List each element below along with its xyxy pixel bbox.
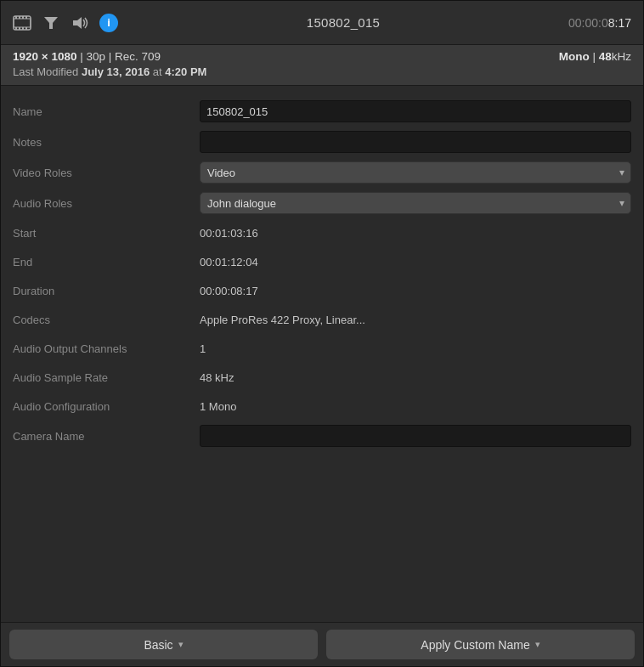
select-video_roles[interactable]: VideoTitleCustom...	[200, 161, 631, 184]
prop-row-end: End00:01:12:04	[1, 247, 643, 276]
svg-rect-8	[22, 27, 24, 30]
prop-label-audio_sample_rate: Audio Sample Rate	[13, 371, 200, 384]
static-start: 00:01:03:16	[200, 227, 258, 240]
apply-custom-name-label: Apply Custom Name	[421, 638, 529, 652]
prop-row-codecs: CodecsApple ProRes 422 Proxy, Linear...	[1, 305, 643, 334]
select-wrapper-video_roles: VideoTitleCustom...	[200, 161, 631, 184]
app-window: i 150802_015 00:00:08:17 1920 × 1080 | 3…	[0, 0, 644, 667]
prop-value-name[interactable]	[200, 100, 631, 122]
prop-row-name: Name	[1, 96, 643, 127]
svg-rect-1	[14, 19, 31, 27]
prop-value-codecs: Apple ProRes 422 Proxy, Linear...	[200, 314, 631, 326]
prop-row-video_roles: Video RolesVideoTitleCustom...	[1, 157, 643, 188]
prop-label-end: End	[13, 256, 200, 268]
prop-row-audio_output_channels: Audio Output Channels1	[1, 334, 643, 363]
toolbar-timecode: 00:00:08:17	[568, 16, 631, 30]
prop-label-duration: Duration	[13, 285, 200, 297]
info-icon[interactable]: i	[99, 14, 118, 32]
toolbar: i 150802_015 00:00:08:17	[1, 1, 643, 45]
prop-value-video_roles[interactable]: VideoTitleCustom...	[200, 161, 631, 184]
colorspace: Rec. 709	[115, 50, 161, 63]
basic-button[interactable]: Basic ▾	[9, 630, 318, 659]
prop-label-video_roles: Video Roles	[13, 167, 200, 179]
svg-rect-9	[25, 27, 27, 30]
prop-label-camera_name: Camera Name	[13, 430, 200, 443]
resolution: 1920 × 1080	[13, 50, 76, 63]
input-notes[interactable]	[200, 131, 631, 153]
svg-rect-7	[19, 27, 20, 30]
prop-value-end: 00:01:12:04	[200, 256, 631, 268]
prop-value-camera_name[interactable]	[200, 425, 631, 447]
timecode-prefix: 00:00:0	[568, 16, 608, 30]
toolbar-left: i	[13, 14, 118, 32]
filter-icon[interactable]	[42, 14, 60, 32]
svg-rect-3	[19, 16, 20, 19]
audio-info: Mono | 48kHz	[559, 50, 631, 63]
prop-value-audio_roles[interactable]: John dialogueDialogueMusicEffectsCustom.…	[200, 192, 631, 214]
basic-chevron: ▾	[178, 639, 184, 650]
static-end: 00:01:12:04	[200, 256, 258, 268]
apply-chevron: ▾	[535, 639, 540, 650]
prop-label-start: Start	[13, 227, 200, 240]
prop-value-audio_output_channels: 1	[200, 342, 631, 355]
select-audio_roles[interactable]: John dialogueDialogueMusicEffectsCustom.…	[200, 192, 631, 214]
prop-row-audio_sample_rate: Audio Sample Rate48 kHz	[1, 363, 643, 392]
basic-label: Basic	[144, 638, 172, 652]
input-name[interactable]	[200, 100, 631, 122]
prop-label-codecs: Codecs	[13, 314, 200, 326]
svg-rect-2	[15, 16, 17, 19]
prop-row-duration: Duration00:00:08:17	[1, 276, 643, 305]
prop-label-audio_configuration: Audio Configuration	[13, 400, 200, 413]
prop-row-audio_configuration: Audio Configuration1 Mono	[1, 392, 643, 421]
prop-value-audio_configuration: 1 Mono	[200, 400, 631, 413]
static-audio_output_channels: 1	[200, 342, 206, 355]
prop-label-name: Name	[13, 105, 200, 118]
prop-row-camera_name: Camera Name	[1, 421, 643, 451]
timecode-highlight: 8:17	[608, 16, 631, 30]
static-audio_configuration: 1 Mono	[200, 400, 236, 413]
properties-panel: NameNotesVideo RolesVideoTitleCustom...A…	[1, 86, 643, 622]
prop-value-start: 00:01:03:16	[200, 227, 631, 240]
input-camera_name[interactable]	[200, 425, 631, 447]
select-wrapper-audio_roles: John dialogueDialogueMusicEffectsCustom.…	[200, 192, 631, 214]
toolbar-title: 150802_015	[307, 15, 380, 30]
prop-value-audio_sample_rate: 48 kHz	[200, 371, 631, 384]
svg-marker-10	[44, 17, 58, 29]
svg-marker-11	[73, 17, 82, 29]
prop-row-notes: Notes	[1, 127, 643, 157]
svg-rect-4	[22, 16, 24, 19]
info-bar-specs: 1920 × 1080 | 30p | Rec. 709 Mono | 48kH…	[13, 50, 631, 63]
prop-row-start: Start00:01:03:16	[1, 218, 643, 247]
info-bar-modified: Last Modified July 13, 2016 at 4:20 PM	[13, 65, 631, 78]
separator2: |	[109, 50, 115, 63]
static-duration: 00:00:08:17	[200, 285, 258, 297]
svg-rect-6	[15, 27, 17, 30]
prop-label-notes: Notes	[13, 136, 200, 149]
info-bar: 1920 × 1080 | 30p | Rec. 709 Mono | 48kH…	[1, 45, 643, 86]
static-audio_sample_rate: 48 kHz	[200, 371, 234, 384]
bottom-bar: Basic ▾ Apply Custom Name ▾	[1, 622, 643, 666]
prop-row-audio_roles: Audio RolesJohn dialogueDialogueMusicEff…	[1, 188, 643, 218]
framerate: 30p	[86, 50, 105, 63]
prop-label-audio_output_channels: Audio Output Channels	[13, 342, 200, 355]
svg-rect-5	[25, 16, 27, 19]
prop-label-audio_roles: Audio Roles	[13, 197, 200, 210]
apply-custom-name-button[interactable]: Apply Custom Name ▾	[326, 630, 635, 659]
film-icon[interactable]	[13, 14, 31, 32]
static-codecs: Apple ProRes 422 Proxy, Linear...	[200, 314, 365, 326]
audio-icon[interactable]	[71, 14, 89, 32]
prop-value-duration: 00:00:08:17	[200, 285, 631, 297]
prop-value-notes[interactable]	[200, 131, 631, 153]
